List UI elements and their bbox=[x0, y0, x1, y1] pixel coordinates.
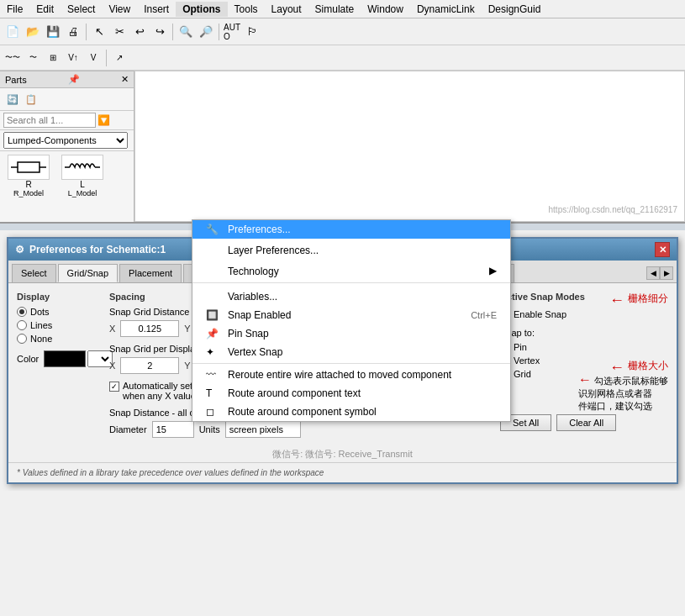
menu-item-layer-prefs[interactable]: Layer Preferences... bbox=[192, 239, 510, 260]
parts-add-icon[interactable]: 📋 bbox=[24, 92, 39, 107]
radio-lines[interactable]: Lines bbox=[17, 320, 101, 330]
undo-button[interactable]: ↩ bbox=[130, 23, 149, 41]
menu-edit[interactable]: Edit bbox=[29, 2, 61, 17]
menu-dynamiclink[interactable]: DynamicLink bbox=[410, 2, 482, 17]
radio-none-label: None bbox=[30, 334, 52, 344]
menu-layout[interactable]: Layout bbox=[265, 2, 308, 17]
toolbar-sep2 bbox=[172, 24, 173, 40]
flag-button[interactable]: 🏳 bbox=[243, 23, 261, 41]
menu-simulate[interactable]: Simulate bbox=[308, 2, 361, 17]
radio-none[interactable]: None bbox=[17, 334, 101, 344]
add-button[interactable]: AUTO bbox=[223, 23, 241, 41]
part-item-r[interactable]: R R_Model bbox=[3, 155, 54, 197]
tab-next-button[interactable]: ▶ bbox=[660, 266, 673, 280]
cut-button[interactable]: ✂ bbox=[110, 23, 129, 41]
annotation-snap-tip-text: 勾选表示鼠标能够识别网格点或者器件端口，建议勾选 bbox=[578, 376, 668, 411]
tab-select[interactable]: Select bbox=[12, 264, 56, 282]
toolbar-sep1 bbox=[86, 24, 87, 40]
menu-item-pin-snap[interactable]: 📌Pin Snap bbox=[192, 324, 510, 343]
menu-item-reroute[interactable]: 〰Reroute entire wire attached to moved c… bbox=[192, 366, 510, 384]
wave-button[interactable]: 〜〜 bbox=[3, 49, 22, 67]
menu-file[interactable]: File bbox=[0, 2, 29, 17]
extra-button1[interactable]: ↗ bbox=[110, 49, 129, 67]
redo-button[interactable]: ↪ bbox=[150, 23, 169, 41]
clear-all-button[interactable]: Clear All bbox=[556, 414, 616, 431]
per-y-label: Y bbox=[184, 361, 190, 371]
auto-y-checkbox[interactable] bbox=[109, 382, 119, 392]
menu-view[interactable]: View bbox=[102, 2, 137, 17]
reroute-icon: 〰 bbox=[206, 369, 223, 381]
menu-item-variables[interactable]: Variables... bbox=[192, 285, 510, 306]
radio-dots[interactable]: Dots bbox=[17, 307, 101, 317]
part-symbol-r bbox=[8, 155, 50, 180]
print-button[interactable]: 🖨 bbox=[64, 23, 82, 41]
category-select[interactable]: Lumped-Components bbox=[3, 132, 128, 149]
tab-placement[interactable]: Placement bbox=[119, 264, 182, 282]
wechat-watermark: 微信号: 微信号: Receive_Transmit bbox=[8, 446, 677, 462]
snap-x-input[interactable] bbox=[120, 320, 179, 337]
menu-options[interactable]: Options bbox=[176, 2, 227, 17]
dialog-close-button[interactable]: ✕ bbox=[655, 242, 670, 257]
parts-header: Parts 📌 ✕ bbox=[0, 71, 134, 88]
parts-close-icon[interactable]: ✕ bbox=[121, 74, 129, 85]
menu-tools[interactable]: Tools bbox=[228, 2, 265, 17]
wave2-button[interactable]: 〜 bbox=[24, 49, 42, 67]
annotation-snap-tip: ← 勾选表示鼠标能够识别网格点或者器件端口，建议勾选 bbox=[578, 372, 668, 413]
menu-item-route-symbol[interactable]: ◻Route around component symbol bbox=[192, 403, 510, 421]
units-input[interactable] bbox=[225, 421, 301, 438]
diameter-input[interactable] bbox=[152, 421, 194, 438]
menu-designguid[interactable]: DesignGuid bbox=[482, 2, 548, 17]
save-button[interactable]: 💾 bbox=[44, 23, 62, 41]
enable-snap-row: Enable Snap bbox=[500, 308, 668, 319]
toolbar: 📄 📂 💾 🖨 ↖ ✂ ↩ ↪ 🔍 🔎 AUTO 🏳 bbox=[0, 18, 685, 45]
snap-vertex-label: Vertex bbox=[514, 355, 540, 366]
zoom-in-button[interactable]: 🔍 bbox=[177, 23, 195, 41]
menubar: File Edit Select View Insert Options Too… bbox=[0, 0, 685, 18]
component-button[interactable]: ⊞ bbox=[44, 49, 62, 67]
parts-list: R R_Model L L_Model bbox=[0, 151, 134, 201]
menu-item-snap-enabled[interactable]: 🔲Snap Enabled Ctrl+E bbox=[192, 306, 510, 324]
snap-pin-row: Pin bbox=[500, 341, 668, 352]
open-button[interactable]: 📂 bbox=[24, 23, 42, 41]
snap-grid-label2: Grid bbox=[514, 369, 531, 379]
menu-item-preferences[interactable]: 🔧Preferences... bbox=[192, 220, 510, 239]
parts-pin-icon[interactable]: 📌 bbox=[68, 74, 80, 85]
dialog-title: ⚙ Preferences for Schematic:1 bbox=[15, 244, 166, 255]
annotation-grid-size-text: 栅格大小 bbox=[628, 359, 668, 373]
display-section: Display Dots Lines None Color bbox=[17, 292, 101, 438]
search-filter-icon[interactable]: 🔽 bbox=[97, 114, 110, 126]
per-x-input[interactable] bbox=[120, 357, 179, 374]
snap-to-label: Snap to: bbox=[500, 328, 668, 338]
search-input[interactable] bbox=[3, 113, 96, 128]
part-model-l: L_Model bbox=[68, 189, 97, 197]
color-box[interactable] bbox=[44, 350, 86, 367]
snap-x-label: X bbox=[109, 324, 115, 334]
dialog-icon: ⚙ bbox=[15, 244, 24, 255]
radio-lines-label: Lines bbox=[30, 320, 52, 330]
cursor-button[interactable]: ↖ bbox=[90, 23, 108, 41]
parts-panel: Parts 📌 ✕ 🔄 📋 🔽 Lumped-Components bbox=[0, 71, 134, 222]
menu-item-technology[interactable]: Technology ▶ bbox=[192, 260, 510, 281]
menu-window[interactable]: Window bbox=[361, 2, 410, 17]
radio-none-circle bbox=[17, 334, 27, 344]
part-item-l[interactable]: L L_Model bbox=[57, 155, 108, 197]
annotation-grid-fine-text: 栅格细分 bbox=[628, 292, 668, 306]
tech-arrow: ▶ bbox=[489, 265, 497, 276]
menu-insert[interactable]: Insert bbox=[137, 2, 176, 17]
route-text-icon: T bbox=[206, 387, 223, 399]
new-button[interactable]: 📄 bbox=[3, 23, 22, 41]
wire-button[interactable]: V bbox=[84, 49, 103, 67]
menu-item-vertex-snap[interactable]: ✦Vertex Snap bbox=[192, 343, 510, 361]
menu-item-route-text[interactable]: TRoute around component text bbox=[192, 384, 510, 403]
menu-select[interactable]: Select bbox=[61, 2, 102, 17]
display-radio-group: Dots Lines None bbox=[17, 307, 101, 344]
snap-modes-section: Active Snap Modes Enable Snap Snap to: P… bbox=[500, 292, 668, 438]
parts-refresh-icon[interactable]: 🔄 bbox=[5, 92, 20, 107]
tab-prev-button[interactable]: ◀ bbox=[646, 266, 660, 280]
dialog-title-text: Preferences for Schematic:1 bbox=[29, 244, 166, 255]
part-model-r: R_Model bbox=[13, 189, 44, 197]
tab-gridsnap[interactable]: Grid/Snap bbox=[58, 264, 119, 282]
zoom-out-button[interactable]: 🔎 bbox=[197, 23, 215, 41]
pin-button[interactable]: V↑ bbox=[64, 49, 82, 67]
canvas-area[interactable]: https://blog.csdn.net/qq_21162917 bbox=[134, 71, 685, 222]
